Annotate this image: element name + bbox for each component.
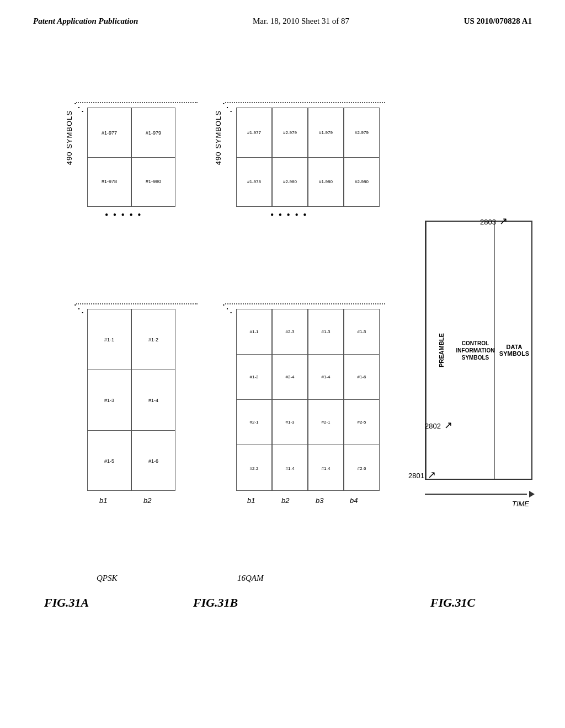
fig31a-symbols-label: 490 SYMBOLS	[65, 110, 73, 165]
fig31a-top-b1: #1-977 #1-978	[87, 108, 131, 207]
publication-title: Patent Application Publication	[33, 17, 138, 26]
fig31b-bottom-col1: #1-1 #1-2 #2-1 #2-2	[236, 309, 272, 491]
fig31b-bottom-col2: #2-3 #2-4 #1-3 #1-4	[272, 309, 308, 491]
time-arrow-container: TIME	[425, 491, 535, 508]
fig31b-ellipsis: • • • • •	[270, 210, 308, 221]
time-arrow-line	[425, 494, 527, 495]
fig31a-label: FIG.31A	[44, 596, 89, 610]
fig31a-top-dotted	[76, 102, 198, 103]
label-2803: 2803 ↗	[480, 215, 508, 227]
fig31b-modulation: 16QAM	[237, 574, 264, 583]
control-info-section: CONTROLINFORMATIONSYMBOLS	[456, 222, 495, 479]
fig31a-zigzag-bottom: ⋱	[73, 302, 84, 315]
fig31b-top-col4: #2-979 #2-980	[344, 108, 380, 207]
fig31a-row-b1: b1	[99, 496, 107, 505]
fig31a-ellipsis: • • • • •	[105, 210, 142, 221]
fig31c-outer-box: PREAMBLE CONTROLINFORMATIONSYMBOLS DATA …	[425, 221, 532, 480]
fig31b-symbols-label: 490 SYMBOLS	[214, 110, 222, 165]
fig31b-row-b2: b2	[281, 496, 289, 505]
fig31b-row-b3: b3	[316, 496, 323, 505]
fig31a-row-b2: b2	[143, 496, 151, 505]
fig31b-row-b1: b1	[247, 496, 255, 505]
preamble-section: PREAMBLE	[426, 222, 456, 479]
fig31a-bottom-b2: #1-2 #1-4 #1-6	[131, 309, 175, 491]
publication-date: Mar. 18, 2010 Sheet 31 of 87	[253, 17, 349, 26]
fig31b-bottom-col3: #1-3 #1-4 #2-1 #1-4	[308, 309, 344, 491]
fig31b-bottom-dotted	[225, 303, 385, 304]
fig31b-top-col1: #1-977 #1-978	[236, 108, 272, 207]
patent-number: US 2010/070828 A1	[464, 17, 532, 26]
fig31a-bottom-dotted	[76, 303, 198, 304]
fig31a-modulation: QPSK	[97, 574, 118, 583]
fig31b-bottom-col4: #1-5 #1-6 #2-5 #2-6	[344, 309, 380, 491]
fig31a-zigzag-top: ⋱	[73, 100, 84, 114]
fig31b-row-b4: b4	[350, 496, 358, 505]
fig31b-zigzag-top: ⋱	[222, 100, 233, 114]
page-header: Patent Application Publication Mar. 18, …	[0, 0, 565, 31]
fig31a-top-b2: #1-979 #1-980	[131, 108, 175, 207]
fig31c-label: FIG.31C	[430, 596, 475, 610]
label-2802: 2802 ↗	[425, 419, 452, 431]
time-arrowhead	[529, 491, 535, 497]
fig31b-top-col2: #2-979 #2-980	[272, 108, 308, 207]
time-label: TIME	[425, 500, 535, 508]
data-symbols-section: DATA SYMBOLS	[495, 222, 534, 479]
fig31b-zigzag-bottom: ⋱	[222, 302, 233, 315]
label-2801: 2801 ↗	[408, 469, 436, 481]
fig31b-label: FIG.31B	[193, 596, 238, 610]
fig31b-top-dotted	[225, 102, 385, 103]
fig31b-top-col3: #1-979 #1-980	[308, 108, 344, 207]
fig31a-bottom-b1: #1-1 #1-3 #1-5	[87, 309, 131, 491]
